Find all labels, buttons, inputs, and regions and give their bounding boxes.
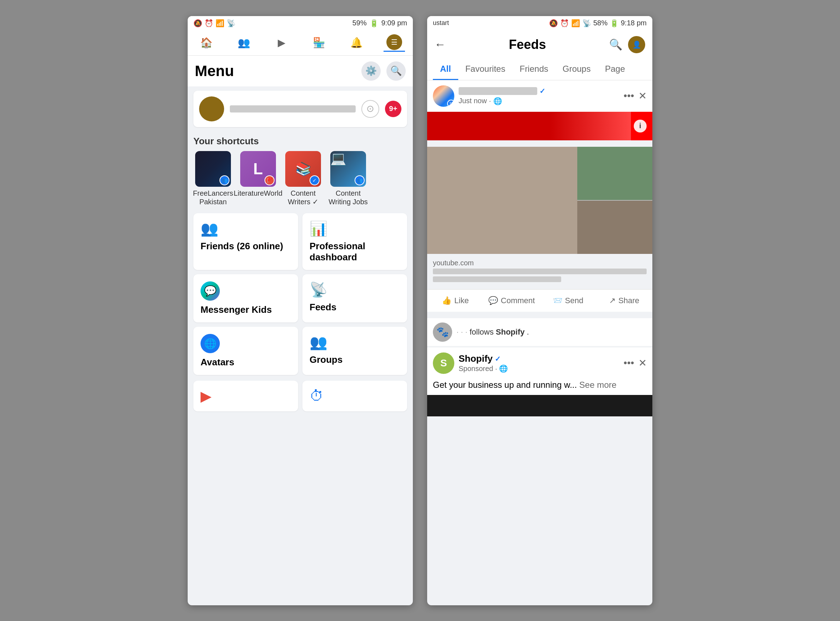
- shopify-name-row: Shopify ✓: [459, 353, 620, 364]
- first-post-globe: 🌐: [493, 97, 502, 105]
- right-mute-icon: 🔕: [549, 19, 558, 27]
- more-menu-items: ▶ ⏱: [188, 381, 413, 411]
- feeds-icon: 📡: [310, 282, 400, 298]
- post-image-left: [427, 147, 577, 254]
- shopify-post-content: Get your business up and running w... Se…: [427, 379, 652, 395]
- shopify-content-text: Get your business up and running w...: [433, 380, 577, 389]
- first-post-info: ✓ Just now · 🌐: [459, 87, 620, 105]
- shortcut-literature[interactable]: L 🚩 LiteratureWorld: [238, 151, 278, 206]
- menu-item-friends[interactable]: 👥 Friends (26 online): [193, 213, 298, 270]
- shopify-post-actions: ••• ✕: [624, 357, 647, 369]
- tab-favourites[interactable]: Favourites: [458, 59, 513, 80]
- back-button[interactable]: ←: [434, 38, 446, 51]
- shopify-meta: Sponsored · 🌐: [459, 364, 620, 373]
- notification-badge[interactable]: 9+: [385, 101, 401, 117]
- wifi-icon: 📶: [216, 19, 225, 27]
- first-post-actions: ••• ✕: [624, 90, 647, 102]
- like-label: Like: [454, 296, 469, 305]
- follow-notice-brand: Shopify: [496, 327, 525, 336]
- nav-home[interactable]: 🏠: [196, 34, 217, 52]
- nav-menu[interactable]: ☰: [384, 34, 405, 52]
- menu-item-extra[interactable]: ⏱: [302, 381, 407, 411]
- tab-groups[interactable]: Groups: [556, 59, 598, 80]
- shortcut-content-label: Content Writers ✓: [284, 189, 323, 206]
- tab-pages[interactable]: Page: [598, 59, 632, 80]
- post-image-right-top: [577, 147, 652, 200]
- story-icon[interactable]: ⊙: [362, 100, 379, 118]
- menu-item-feeds[interactable]: 📡 Feeds: [302, 274, 407, 323]
- mute-icon: 🔕: [193, 19, 202, 27]
- right-time: 9:18 pm: [621, 19, 647, 27]
- ustart-label: ustart: [433, 19, 546, 27]
- content-badge: ✓: [310, 175, 319, 185]
- follow-notice: 🐾 · · · follows Shopify .: [427, 315, 652, 346]
- shopify-close[interactable]: ✕: [638, 357, 647, 369]
- shortcuts-section: Your shortcuts 👥 FreeLancers Pakistan L …: [188, 132, 413, 209]
- menu-item-avatars[interactable]: 🌐 Avatars: [193, 327, 298, 375]
- right-wifi-icon: 📶: [571, 19, 580, 27]
- first-post-three-dots[interactable]: •••: [624, 90, 634, 102]
- writing-badge: 👥: [355, 175, 365, 185]
- settings-button[interactable]: ⚙️: [362, 61, 381, 81]
- feeds-avatar[interactable]: 👤: [628, 36, 645, 53]
- right-battery-icon: 🔋: [610, 19, 619, 27]
- send-icon: 📨: [553, 296, 562, 305]
- nav-notifications[interactable]: 🔔: [346, 34, 368, 52]
- first-post-avatar: M: [433, 85, 454, 107]
- shortcut-content-writers[interactable]: 📚 ✓ Content Writers ✓: [284, 151, 323, 206]
- shortcut-literature-icon: L 🚩: [240, 151, 276, 187]
- menu-item-professional-dashboard[interactable]: 📊 Professional dashboard: [302, 213, 407, 270]
- right-status-area: ustart 🔕 ⏰ 📶 📡 58% 🔋 9:18 pm: [427, 16, 652, 30]
- feeds-label: Feeds: [310, 302, 400, 313]
- first-post-header: M ✓ Just now · 🌐 ••• ✕: [427, 80, 652, 112]
- shopify-three-dots[interactable]: •••: [624, 357, 634, 369]
- shopify-logo: S: [433, 353, 454, 374]
- menu-item-video[interactable]: ▶: [193, 381, 298, 411]
- first-post-name-row: ✓: [459, 87, 620, 95]
- comment-button[interactable]: 💬 Comment: [484, 292, 540, 309]
- nav-friends[interactable]: 👥: [233, 34, 255, 52]
- post-image-right: [577, 147, 652, 254]
- profile-card[interactable]: ⊙ 9+: [193, 91, 407, 127]
- feeds-search-icon[interactable]: 🔍: [609, 38, 622, 51]
- shortcut-freelancers[interactable]: 👥 FreeLancers Pakistan: [193, 151, 233, 206]
- first-post-avatar-badge: M: [447, 100, 454, 107]
- share-button[interactable]: ↗ Share: [596, 292, 653, 309]
- groups-icon: 👥: [310, 334, 400, 351]
- comment-label: Comment: [501, 296, 535, 305]
- shopify-info: Shopify ✓ Sponsored · 🌐: [459, 353, 620, 373]
- profile-name: [230, 105, 355, 112]
- nav-video[interactable]: ▶: [271, 34, 292, 52]
- menu-grid: 👥 Friends (26 online) 📊 Professional das…: [188, 209, 413, 380]
- see-more-link[interactable]: See more: [579, 380, 617, 389]
- link-preview: youtube.com: [427, 254, 652, 289]
- menu-item-groups[interactable]: 👥 Groups: [302, 327, 407, 375]
- feeds-tabs: All Favourites Friends Groups Page: [427, 59, 652, 80]
- tab-all[interactable]: All: [433, 59, 458, 80]
- extra-icon: ⏱: [310, 388, 400, 404]
- link-title-line-1: [433, 268, 647, 274]
- status-bar-right: ustart 🔕 ⏰ 📶 📡 58% 🔋 9:18 pm: [427, 16, 652, 30]
- like-button[interactable]: 👍 Like: [427, 292, 484, 309]
- shopify-header: S Shopify ✓ Sponsored · 🌐 ••• ✕: [427, 347, 652, 379]
- shortcut-writing-jobs[interactable]: 💻 👥 Content Writing Jobs: [328, 151, 368, 206]
- image-post: youtube.com 👍 Like 💬 Comment 📨 Send ↗ Sh…: [427, 147, 652, 312]
- post-image-container: [427, 147, 652, 254]
- dashboard-label: Professional dashboard: [310, 241, 400, 263]
- follow-notice-follows: follows: [470, 327, 496, 336]
- first-post-close[interactable]: ✕: [638, 90, 647, 102]
- friends-label: Friends (26 online): [201, 241, 291, 252]
- nav-marketplace[interactable]: 🏪: [308, 34, 330, 52]
- search-button[interactable]: 🔍: [386, 61, 406, 81]
- ad-info-badge[interactable]: i: [634, 120, 647, 132]
- share-icon: ↗: [609, 296, 615, 305]
- avatars-icon: 🌐: [201, 334, 220, 353]
- shopify-dot: ·: [495, 365, 499, 373]
- send-button[interactable]: 📨 Send: [540, 292, 596, 309]
- menu-item-messenger-kids[interactable]: 💬 Messenger Kids: [193, 274, 298, 323]
- right-phone-screen: ustart 🔕 ⏰ 📶 📡 58% 🔋 9:18 pm ← Feeds 🔍 👤…: [427, 16, 652, 605]
- tab-friends[interactable]: Friends: [513, 59, 556, 80]
- shopify-globe-icon: 🌐: [499, 365, 508, 373]
- literature-badge: 🚩: [264, 175, 275, 185]
- shopify-name: Shopify: [459, 353, 492, 364]
